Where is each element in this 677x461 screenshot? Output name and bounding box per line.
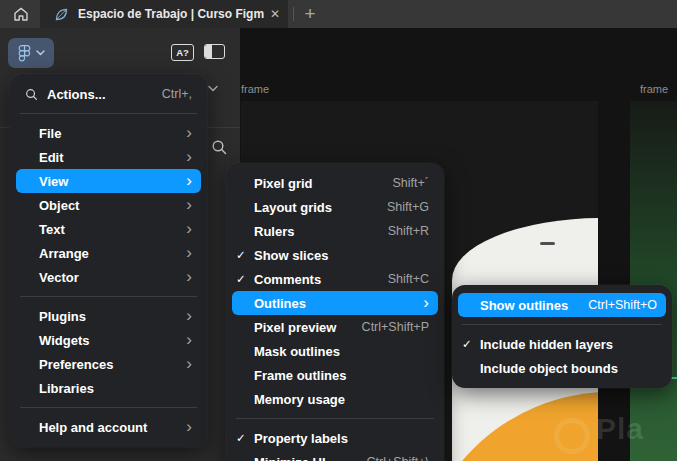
menu-item-vector[interactable]: Vector›: [16, 265, 201, 289]
menu-item-label: Show outlines: [480, 298, 568, 313]
menu-item-property-labels[interactable]: ✓Property labels: [232, 426, 438, 450]
menu-shortcut: Ctrl+,: [162, 87, 192, 101]
menu-item-file[interactable]: File›: [16, 121, 201, 145]
menu-item-label: Vector: [39, 270, 79, 285]
card-handle-dash: [540, 242, 555, 245]
submenu-arrow-icon: ›: [186, 219, 192, 239]
menu-item-label: Text: [39, 222, 65, 237]
menu-item-pixel-preview[interactable]: Pixel previewCtrl+Shift+P: [232, 315, 438, 339]
menu-item-label: Pixel grid: [254, 176, 313, 191]
submenu-arrow-icon: ›: [186, 330, 192, 350]
submenu-arrow-icon: ›: [186, 171, 192, 191]
menu-item-label: Libraries: [39, 381, 94, 396]
menu-item-label: View: [39, 174, 68, 189]
menu-item-rulers[interactable]: RulersShift+R: [232, 219, 438, 243]
menu-item-object[interactable]: Object›: [16, 193, 201, 217]
menu-item-include-hidden-layers[interactable]: ✓Include hidden layers: [458, 332, 666, 356]
menu-item-widgets[interactable]: Widgets›: [16, 328, 201, 352]
check-icon: ✓: [462, 337, 480, 351]
tab-title: Espacio de Trabajo | Curso Figma: [78, 7, 264, 21]
menu-item-layout-grids[interactable]: Layout gridsShift+G: [232, 195, 438, 219]
main-menu-button[interactable]: [8, 38, 54, 68]
tab-espacio-de-trabajo[interactable]: Espacio de Trabajo | Curso Figma ✕: [40, 0, 288, 28]
watermark-text: Pla: [596, 412, 644, 446]
tab-separator: [293, 7, 294, 21]
pages-collapse-button[interactable]: [208, 78, 218, 96]
menu-item-label: Rulers: [254, 224, 294, 239]
menu-item-outlines[interactable]: Outlines›: [232, 291, 438, 315]
menu-item-label: Help and account: [39, 420, 147, 435]
menu-item-label: Memory usage: [254, 392, 345, 407]
menu-item-arrange[interactable]: Arrange›: [16, 241, 201, 265]
menu-item-label: Frame outlines: [254, 368, 346, 383]
menu-item-plugins[interactable]: Plugins›: [16, 304, 201, 328]
menu-item-label: Actions...: [47, 87, 106, 102]
menu-item-label: Widgets: [39, 333, 89, 348]
menu-shortcut: Ctrl+Shift+P: [362, 320, 429, 334]
chevron-down-icon: [36, 50, 45, 56]
watermark-ring: [554, 418, 590, 454]
menu-item-label: Show slices: [254, 248, 328, 263]
missing-fonts-button[interactable]: A?: [171, 44, 194, 61]
new-tab-button[interactable]: +: [298, 2, 322, 26]
menu-item-mask-outlines[interactable]: Mask outlines: [232, 339, 438, 363]
tab-close-icon[interactable]: ✕: [270, 7, 280, 21]
menu-shortcut: Shift+´: [393, 176, 429, 190]
menu-item-help-and-account[interactable]: Help and account›: [16, 415, 201, 439]
submenu-arrow-icon: ›: [186, 306, 192, 326]
submenu-arrow-icon: ›: [186, 354, 192, 374]
chevron-down-icon: [208, 85, 218, 92]
menu-item-label: Plugins: [39, 309, 86, 324]
main-menu-dropdown: Actions... Ctrl+, File› Edit› View› Obje…: [10, 74, 207, 447]
menu-item-text[interactable]: Text›: [16, 217, 201, 241]
menu-separator: [462, 324, 662, 325]
menu-item-label: Outlines: [254, 296, 306, 311]
menu-item-actions[interactable]: Actions... Ctrl+,: [16, 82, 201, 106]
menu-item-label: Comments: [254, 272, 321, 287]
menu-item-label: Object: [39, 198, 79, 213]
design-frame-green[interactable]: [630, 101, 677, 461]
menu-shortcut: Shift+R: [388, 224, 429, 238]
menu-item-label: Minimize UI: [254, 455, 326, 461]
check-icon: ✓: [236, 431, 254, 445]
submenu-arrow-icon: ›: [186, 417, 192, 437]
figma-app-window: { "window": { "tab_title": "Espacio de T…: [0, 0, 677, 461]
search-icon: [25, 88, 38, 101]
submenu-arrow-icon: ›: [186, 267, 192, 287]
toggle-sidebar-button[interactable]: [204, 44, 225, 59]
home-button[interactable]: [6, 2, 36, 26]
menu-item-comments[interactable]: ✓CommentsShift+C: [232, 267, 438, 291]
menu-item-show-outlines[interactable]: Show outlinesCtrl+Shift+O: [458, 293, 666, 317]
menu-shortcut: Ctrl+Shift+\: [366, 455, 429, 461]
check-icon: ✓: [236, 272, 254, 286]
layers-search-button[interactable]: [211, 139, 228, 160]
menu-item-show-slices[interactable]: ✓Show slices: [232, 243, 438, 267]
menu-item-frame-outlines[interactable]: Frame outlines: [232, 363, 438, 387]
menu-item-minimize-ui[interactable]: Minimize UICtrl+Shift+\: [232, 450, 438, 461]
home-icon: [12, 5, 30, 23]
menu-separator: [20, 407, 197, 408]
menu-item-label: Arrange: [39, 246, 89, 261]
menu-item-label: Include object bounds: [480, 361, 618, 376]
menu-item-label: Mask outlines: [254, 344, 340, 359]
menu-separator: [20, 113, 197, 114]
submenu-arrow-icon: ›: [186, 147, 192, 167]
menu-item-pixel-grid[interactable]: Pixel gridShift+´: [232, 171, 438, 195]
tab-bar: Espacio de Trabajo | Curso Figma ✕ +: [0, 0, 677, 28]
menu-item-include-object-bounds[interactable]: Include object bounds: [458, 356, 666, 380]
menu-item-memory-usage[interactable]: Memory usage: [232, 387, 438, 411]
frame-name-label[interactable]: frame: [640, 83, 668, 95]
view-submenu: Pixel gridShift+´ Layout gridsShift+G Ru…: [226, 163, 444, 461]
outlines-submenu: Show outlinesCtrl+Shift+O ✓Include hidde…: [452, 285, 672, 388]
submenu-arrow-icon: ›: [186, 123, 192, 143]
missing-fonts-label: A?: [176, 47, 189, 58]
menu-item-view[interactable]: View›: [16, 169, 201, 193]
menu-item-label: Property labels: [254, 431, 348, 446]
menu-item-libraries[interactable]: Libraries: [16, 376, 201, 400]
submenu-arrow-icon: ›: [186, 243, 192, 263]
submenu-arrow-icon: ›: [186, 195, 192, 215]
menu-item-preferences[interactable]: Preferences›: [16, 352, 201, 376]
menu-item-edit[interactable]: Edit›: [16, 145, 201, 169]
figma-logo-icon: [18, 44, 31, 63]
frame-name-label[interactable]: frame: [241, 83, 269, 95]
